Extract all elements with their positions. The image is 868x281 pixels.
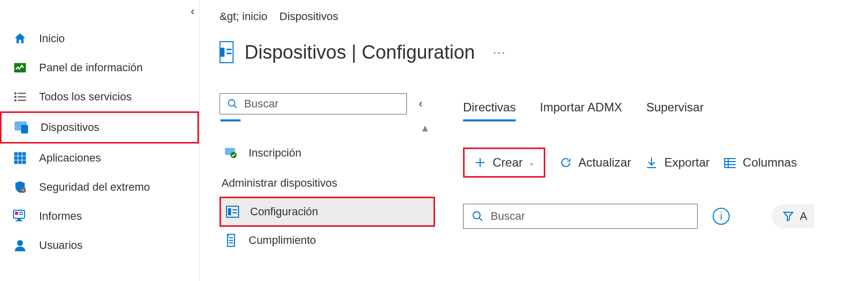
svg-rect-16 xyxy=(19,161,22,164)
subnav-item-inscripcion[interactable]: Inscripción xyxy=(220,139,435,167)
svg-rect-8 xyxy=(21,125,28,133)
plus-icon xyxy=(474,156,487,169)
subnav-label: Cumplimiento xyxy=(249,234,316,247)
results-search-input[interactable]: Buscar xyxy=(463,204,698,229)
sidebar-item-aplicaciones[interactable]: Aplicaciones xyxy=(0,144,199,173)
svg-rect-39 xyxy=(233,212,237,213)
sidebar-item-inicio[interactable]: Inicio xyxy=(0,24,199,53)
home-icon xyxy=(12,31,28,47)
filter-icon xyxy=(783,211,794,222)
svg-point-1 xyxy=(14,92,17,95)
svg-point-31 xyxy=(17,240,23,246)
svg-point-53 xyxy=(473,212,480,219)
svg-rect-10 xyxy=(19,152,22,156)
dashboard-icon xyxy=(12,60,28,76)
devices-subnav-panel: &gt; inicio Dispositivos Dispositivos | … xyxy=(199,0,440,281)
sidebar-item-usuarios[interactable]: Usuarios xyxy=(0,231,199,260)
svg-rect-30 xyxy=(16,220,23,221)
svg-rect-37 xyxy=(228,208,231,215)
svg-rect-9 xyxy=(14,152,18,156)
svg-rect-12 xyxy=(14,157,18,160)
create-button[interactable]: Crear ⌄ xyxy=(465,149,544,176)
svg-rect-13 xyxy=(19,157,22,160)
configuration-icon xyxy=(220,41,234,63)
enrollment-icon xyxy=(224,146,239,161)
svg-rect-15 xyxy=(14,161,18,164)
sidebar-item-todos-servicios[interactable]: Todos los servicios xyxy=(0,82,199,111)
svg-rect-29 xyxy=(18,218,21,220)
sidebar-item-label: Informes xyxy=(39,210,82,223)
create-label: Crear xyxy=(493,156,523,170)
subnav-label: Configuración xyxy=(250,205,318,218)
sidebar-item-informes[interactable]: Informes xyxy=(0,202,199,231)
search-placeholder: Buscar xyxy=(244,97,278,110)
svg-point-2 xyxy=(14,96,17,98)
svg-rect-5 xyxy=(18,96,26,97)
primary-sidebar: ‹‹ Inicio Panel de información Todos los… xyxy=(0,0,199,281)
refresh-icon xyxy=(559,156,572,169)
sidebar-item-label: Usuarios xyxy=(39,239,83,252)
subnav-heading-manage: Administrar dispositivos xyxy=(220,167,435,197)
svg-rect-27 xyxy=(19,212,23,213)
subnav-item-cumplimiento[interactable]: Cumplimiento xyxy=(220,227,435,254)
svg-rect-11 xyxy=(23,152,26,156)
svg-line-54 xyxy=(479,218,482,221)
tabs: Directivas Importar ADMX Supervisar xyxy=(463,100,868,121)
configuration-small-icon xyxy=(225,204,240,219)
active-underline xyxy=(221,119,241,121)
refresh-label: Actualizar xyxy=(578,156,631,170)
svg-point-20 xyxy=(22,189,24,191)
devices-icon xyxy=(14,119,30,135)
columns-icon xyxy=(724,156,737,169)
download-icon xyxy=(645,156,658,169)
columns-button[interactable]: Columnas xyxy=(724,156,797,170)
devices-search-input[interactable]: Buscar xyxy=(220,93,407,114)
sidebar-item-label: Aplicaciones xyxy=(39,152,101,165)
info-button[interactable]: i xyxy=(713,208,730,225)
sidebar-item-label: Dispositivos xyxy=(41,121,99,134)
info-icon: i xyxy=(720,211,722,222)
columns-label: Columnas xyxy=(743,156,797,170)
sidebar-item-panel[interactable]: Panel de información xyxy=(0,53,199,82)
chevron-down-icon: ⌄ xyxy=(529,159,535,167)
compliance-icon xyxy=(224,233,239,248)
svg-rect-14 xyxy=(23,157,26,160)
sidebar-item-label: Panel de información xyxy=(39,61,143,74)
svg-rect-4 xyxy=(18,93,26,94)
sidebar-item-label: Todos los servicios xyxy=(39,90,132,103)
subnav-label: Inscripción xyxy=(249,147,301,160)
svg-line-33 xyxy=(234,105,237,108)
breadcrumb: &gt; inicio Dispositivos xyxy=(220,10,440,23)
content-panel: Directivas Importar ADMX Supervisar Crea… xyxy=(440,0,868,281)
sidebar-item-label: Inicio xyxy=(39,32,65,45)
sidebar-item-seguridad[interactable]: Seguridad del extremo xyxy=(0,173,199,202)
list-icon xyxy=(12,89,28,105)
results-search-placeholder: Buscar xyxy=(491,210,525,223)
shield-icon xyxy=(12,179,28,195)
breadcrumb-part[interactable]: &gt; inicio xyxy=(220,10,267,23)
svg-rect-6 xyxy=(18,100,26,101)
reports-icon xyxy=(12,208,28,224)
svg-rect-38 xyxy=(233,209,237,210)
toolbar: Crear ⌄ Actualizar Exportar xyxy=(463,148,868,178)
export-label: Exportar xyxy=(664,156,710,170)
tab-importar-admx[interactable]: Importar ADMX xyxy=(540,100,622,121)
svg-rect-26 xyxy=(15,212,18,215)
search-icon xyxy=(227,98,238,109)
tab-supervisar[interactable]: Supervisar xyxy=(646,100,704,121)
sidebar-item-dispositivos[interactable]: Dispositivos xyxy=(2,113,197,142)
breadcrumb-part[interactable]: Dispositivos xyxy=(280,10,338,23)
subnav-item-configuracion[interactable]: Configuración xyxy=(221,198,433,225)
apps-icon xyxy=(12,150,28,166)
svg-rect-17 xyxy=(23,161,26,164)
user-icon xyxy=(12,237,28,253)
scroll-up-icon[interactable]: ▲ xyxy=(420,122,430,134)
svg-point-3 xyxy=(14,99,17,102)
filter-label: A xyxy=(800,210,807,223)
filter-button[interactable]: A xyxy=(772,204,814,228)
export-button[interactable]: Exportar xyxy=(645,156,710,170)
tab-directivas[interactable]: Directivas xyxy=(463,100,516,121)
sidebar-item-label: Seguridad del extremo xyxy=(39,181,150,194)
svg-rect-28 xyxy=(19,214,23,215)
refresh-button[interactable]: Actualizar xyxy=(559,156,631,170)
